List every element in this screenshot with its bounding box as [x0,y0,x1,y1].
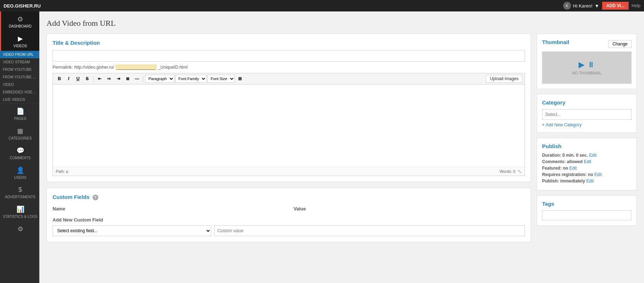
settings-icon: ⚙ [18,225,23,233]
custom-fields-heading: Custom Fields ? [53,194,525,200]
change-thumbnail-button[interactable]: Change [609,40,631,48]
content-columns: Title & Description Permalink: http://vi… [46,34,637,248]
align-left-button[interactable]: ⇤ [95,75,104,83]
add-video-button[interactable]: ADD VI... [602,2,629,10]
underline-button[interactable]: U [74,75,82,83]
sidebar-item-dashboard[interactable]: ⊙ DASHBOARD [0,11,39,31]
duration-edit-link[interactable]: Edit [589,153,596,158]
thumbnail-box: ▶ ⏸ NO THUMBNAIL [542,52,631,84]
content-area: Add Video from URL Title & Description P… [39,11,644,283]
sidebar-item-video[interactable]: VIDEO [0,81,39,88]
custom-field-value-input[interactable] [214,225,525,236]
resize-handle[interactable]: ⤡ [517,169,522,174]
sidebar-item-comments[interactable]: 💬 COMMENTS [0,143,39,163]
help-link[interactable]: Help [631,3,640,8]
videos-icon: ▶ [18,35,23,43]
toolbar-separator-2 [143,75,143,82]
user-greeting: K Hi Karen! ▼ [563,2,599,10]
sidebar-item-settings[interactable]: ⚙ [0,221,39,237]
custom-fields-panel: Custom Fields ? Name Value Add New Custo… [46,188,531,242]
align-center-button[interactable]: ⇨ [105,75,113,83]
sidebar-item-statistics[interactable]: 📊 STATISTICS & LOGS [0,202,39,221]
site-name: DEO.GISHER.RU [4,3,41,9]
justify-button[interactable]: ≣ [123,75,132,83]
italic-button[interactable]: I [64,75,73,83]
page-title: Add Video from URL [46,19,637,28]
custom-field-row: Select existing field... [53,225,525,236]
advertisments-icon: $ [18,186,22,194]
upload-images-button[interactable]: Upload images [486,75,522,83]
no-thumbnail-label: NO THUMBNAIL [572,71,602,75]
toolbar-separator-1 [93,75,94,82]
sidebar-label-statistics: STATISTICS & LOGS [3,215,37,219]
sidebar-item-embedded-videos[interactable]: EMBEDDED VIDEOS [0,88,39,96]
thumbnail-header: Thumbnail Change [542,39,631,49]
permalink-suffix: _UniqueID.html [158,65,188,70]
permalink-base: http://video.gisher.ru/ [74,65,114,70]
sidebar-item-video-stream[interactable]: VIDEO STREAM [0,58,39,66]
table-button[interactable]: ⊞ [236,75,244,83]
content-main: Title & Description Permalink: http://vi… [46,34,531,248]
permalink: Permalink: http://video.gisher.ru/ _____… [53,64,525,70]
tags-title: Tags [542,201,631,207]
sidebar-item-advertisments[interactable]: $ ADVERTISMENTS [0,182,39,202]
publish-panel: Publish Duration: 0 min. 0 sec. Edit Com… [537,138,637,190]
custom-fields-table: Name Value [53,205,525,213]
editor-toolbar: B I U S ⇤ ⇨ ⇥ ≣ — Paragraph [53,73,525,84]
publish-featured: Featured: no Edit [542,166,631,171]
sidebar-label-videos: VIDEOS [14,44,27,48]
chevron-down-icon: ▼ [595,3,599,9]
users-icon: 👤 [16,166,24,174]
sidebar-label-users: USERS [14,176,26,180]
hr-button[interactable]: — [133,75,141,83]
category-search-input[interactable] [542,109,631,120]
sidebar-item-users[interactable]: 👤 USERS [0,163,39,182]
title-description-heading: Title & Description [53,40,525,46]
bold-button[interactable]: B [55,75,64,83]
add-new-custom-field-label: Add New Custom Field [53,217,525,223]
title-input[interactable] [53,50,525,62]
top-bar: DEO.GISHER.RU K Hi Karen! ▼ ADD VI... He… [0,0,644,11]
add-category-link[interactable]: + Add New Category [542,122,581,127]
sidebar-item-from-youtube[interactable]: FROM YOUTUBE [0,66,39,73]
sidebar-item-video-from-url[interactable]: VIDEO FROM URL [0,51,39,58]
category-title: Category [542,99,631,106]
play-pause-icon: ▶ ⏸ [579,60,595,69]
permalink-label: Permalink: [53,65,73,70]
font-family-select[interactable]: Font Family [175,75,207,83]
categories-icon: ▦ [17,127,23,135]
publish-requires-reg: Requires registration: no Edit [542,172,631,177]
sidebar-item-videos[interactable]: ▶ VIDEOS [0,31,39,51]
sidebar-label-comments: COMMENTS [10,156,30,160]
comments-edit-link[interactable]: Edit [584,159,591,164]
requires-reg-edit-link[interactable]: Edit [594,172,602,177]
align-right-button[interactable]: ⇥ [114,75,123,83]
strikethrough-button[interactable]: S [83,75,92,83]
paragraph-select[interactable]: Paragraph [145,75,174,83]
publish-title: Publish [542,143,631,149]
featured-edit-link[interactable]: Edit [569,166,577,171]
custom-field-select[interactable]: Select existing field... [53,225,211,236]
cf-col-value: Value [294,205,525,213]
statistics-icon: 📊 [16,205,24,213]
publish-edit-link[interactable]: Edit [586,179,594,184]
thumbnail-panel: Thumbnail Change ▶ ⏸ NO THUMBNAIL [537,34,637,89]
sidebar-item-from-youtube-user[interactable]: FROM YOUTUBE USER [0,73,39,81]
custom-fields-help-icon: ? [93,195,98,200]
dashboard-icon: ⊙ [18,15,23,23]
category-panel: Category + Add New Category [537,94,637,133]
thumbnail-title: Thumbnail [542,39,569,45]
content-right: Thumbnail Change ▶ ⏸ NO THUMBNAIL Catego… [537,34,637,248]
sidebar-item-pages[interactable]: 📄 PAGES [0,103,39,123]
user-name: Hi Karen! [573,3,593,9]
sidebar-label-advertisments: ADVERTISMENTS [5,195,35,199]
publish-comments: Comments: allowed Edit [542,159,631,164]
editor-content[interactable] [53,84,525,167]
sidebar-item-categories[interactable]: ▦ CATEGORIES [0,123,39,143]
font-size-select[interactable]: Font Size [207,75,235,83]
sidebar-item-live-videos[interactable]: LIVE VIDEOS [0,96,39,103]
editor-body: Path: p Words: 0 ⤡ [53,84,525,176]
editor-footer: Path: p Words: 0 ⤡ [53,167,525,176]
tags-input[interactable] [542,210,631,220]
title-description-panel: Title & Description Permalink: http://vi… [46,34,531,182]
